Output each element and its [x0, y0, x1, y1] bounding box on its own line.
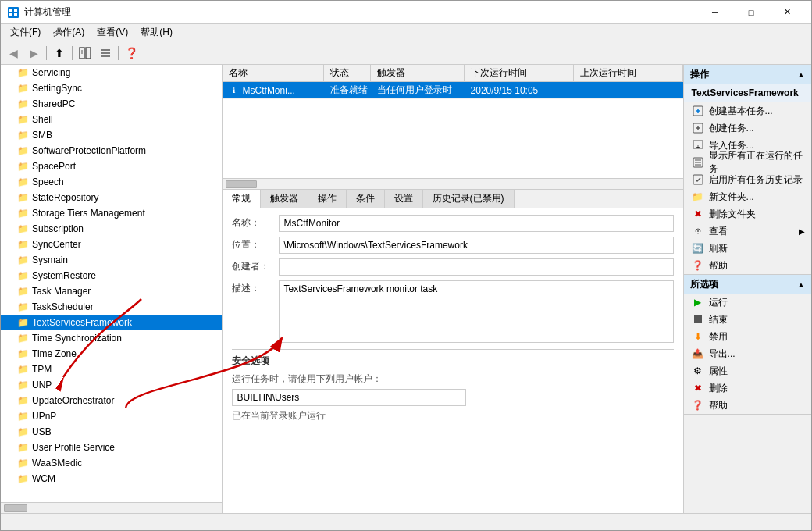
- sidebar-item-label: Servicing: [32, 67, 70, 78]
- sidebar-item-updateorchestrator[interactable]: 📁 UpdateOrchestrator: [1, 393, 222, 408]
- name-value[interactable]: MsCtfMonitor: [279, 215, 674, 232]
- help-toolbar-button[interactable]: ❓: [122, 44, 141, 62]
- show-hide-tree[interactable]: [76, 44, 94, 62]
- sidebar-item-settingsync[interactable]: 📁 SettingSync: [1, 80, 222, 96]
- sidebar-item-systemrestore[interactable]: 📁 SystemRestore: [1, 268, 222, 283]
- ops-delete[interactable]: ✖ 删除: [684, 380, 811, 397]
- col-status[interactable]: 状态: [324, 65, 371, 82]
- up-button[interactable]: ⬆: [50, 44, 69, 62]
- sidebar-item-usb[interactable]: 📁 USB: [1, 424, 222, 440]
- sidebar-item-speech[interactable]: 📁 Speech: [1, 174, 222, 190]
- folder-icon: 📁: [16, 191, 29, 204]
- col-trigger[interactable]: 触发器: [371, 65, 465, 82]
- menu-help[interactable]: 帮助(H): [134, 24, 179, 41]
- col-prev[interactable]: 上次运行时间: [574, 65, 683, 82]
- table-row[interactable]: ℹ MsCtfMoni... 准备就绪 当任何用户登录时 2020/9/15 1…: [223, 82, 683, 99]
- creator-value[interactable]: [279, 258, 674, 276]
- security-run-value[interactable]: BUILTIN\Users: [232, 389, 466, 406]
- ops-main-header[interactable]: 操作 ▲: [684, 65, 811, 84]
- desc-label: 描述：: [232, 280, 279, 295]
- ops-new-folder[interactable]: 📁 新文件夹...: [684, 188, 811, 205]
- sidebar-item-staterepo[interactable]: 📁 StateRepository: [1, 190, 222, 205]
- menu-view[interactable]: 查看(V): [91, 24, 134, 41]
- location-value[interactable]: \Microsoft\Windows\TextServicesFramework: [279, 237, 674, 254]
- ops-show-running[interactable]: 显示所有正在运行的任务: [684, 154, 811, 171]
- sidebar-item-sharedpc[interactable]: 📁 SharedPC: [1, 96, 222, 112]
- sidebar-item-label: SyncCenter: [32, 239, 81, 250]
- col-next[interactable]: 下次运行时间: [465, 65, 574, 82]
- sidebar-item-taskscheduler[interactable]: 📁 TaskScheduler: [1, 299, 222, 315]
- col-name[interactable]: 名称: [223, 65, 324, 82]
- sidebar-item-taskmanager[interactable]: 📁 Task Manager: [1, 283, 222, 299]
- center-panel: 名称 状态 触发器 下次运行时间 上次运行时间: [223, 65, 683, 513]
- tab-conditions[interactable]: 条件: [347, 190, 385, 208]
- sidebar-item-unp[interactable]: 📁 UNP: [1, 377, 222, 393]
- sidebar-item-textservices[interactable]: 📁 TextServicesFramework: [1, 315, 222, 330]
- security-run-row: 运行任务时，请使用下列用户帐户：: [232, 372, 674, 386]
- tab-general[interactable]: 常规: [223, 190, 261, 208]
- folder-icon: 📁: [16, 129, 29, 141]
- sidebar-item-label: SharedPC: [32, 98, 75, 109]
- sidebar-item-spp[interactable]: 📁 SoftwareProtectionPlatform: [1, 143, 222, 159]
- cell-trigger: 当任何用户登录时: [371, 82, 465, 99]
- tab-actions[interactable]: 操作: [308, 190, 347, 208]
- back-button[interactable]: ◀: [4, 44, 23, 62]
- sidebar-item-label: SystemRestore: [32, 270, 96, 281]
- desc-value[interactable]: TextServicesFramework monitor task: [279, 280, 674, 343]
- menu-action[interactable]: 操作(A): [47, 24, 91, 41]
- ops-help[interactable]: ❓ 帮助: [684, 257, 811, 274]
- sidebar-item-synccenter[interactable]: 📁 SyncCenter: [1, 237, 222, 252]
- create-task-icon: [692, 122, 704, 134]
- sidebar-item-label: WaaSMedic: [32, 458, 82, 469]
- sidebar-item-waasmedic[interactable]: 📁 WaaSMedic: [1, 455, 222, 471]
- ops-sub-help[interactable]: ❓ 帮助: [684, 397, 811, 414]
- sidebar-item-shell[interactable]: 📁 Shell: [1, 112, 222, 127]
- sidebar-item-tpm[interactable]: 📁 TPM: [1, 362, 222, 377]
- close-button[interactable]: ✕: [769, 1, 805, 24]
- forward-button[interactable]: ▶: [24, 44, 43, 62]
- sidebar-item-smb[interactable]: 📁 SMB: [1, 127, 222, 143]
- cell-prev: [574, 82, 683, 99]
- window-controls: ─ □ ✕: [697, 1, 805, 24]
- ops-delete-folder[interactable]: ✖ 删除文件夹: [684, 205, 811, 223]
- name-label: 名称：: [232, 215, 279, 230]
- sidebar-item-storage-tiers[interactable]: 📁 Storage Tiers Management: [1, 205, 222, 221]
- maximize-button[interactable]: □: [733, 1, 769, 24]
- list-view-button[interactable]: [96, 44, 115, 62]
- ops-properties[interactable]: ⚙ 属性: [684, 362, 811, 380]
- delete-folder-icon: ✖: [692, 208, 704, 220]
- menu-file[interactable]: 文件(F): [4, 24, 47, 41]
- sidebar-hscroll[interactable]: [1, 502, 222, 513]
- sidebar-item-label: WCM: [32, 473, 55, 484]
- ops-enable-history[interactable]: 启用所有任务历史记录: [684, 171, 811, 188]
- sidebar-item-timesync[interactable]: 📁 Time Synchronization: [1, 330, 222, 346]
- sidebar-item-wcm[interactable]: 📁 WCM: [1, 471, 222, 486]
- table-hscroll[interactable]: [223, 178, 683, 189]
- ops-create-basic[interactable]: 创建基本任务...: [684, 102, 811, 119]
- folder-icon: 📁: [16, 472, 29, 485]
- sidebar-item-sysmain[interactable]: 📁 Sysmain: [1, 252, 222, 268]
- sidebar-item-subscription[interactable]: 📁 Subscription: [1, 221, 222, 237]
- sidebar-item-spaceport[interactable]: 📁 SpacePort: [1, 159, 222, 174]
- ops-delete-folder-label: 删除文件夹: [709, 208, 756, 221]
- minimize-button[interactable]: ─: [697, 1, 733, 24]
- ops-new-folder-label: 新文件夹...: [709, 191, 754, 204]
- ops-sub-header[interactable]: 所选项 ▲: [684, 275, 811, 294]
- ops-run[interactable]: ▶ 运行: [684, 294, 811, 311]
- ops-disable[interactable]: ⬇ 禁用: [684, 328, 811, 345]
- ops-end[interactable]: 结束: [684, 311, 811, 328]
- ops-refresh[interactable]: 🔄 刷新: [684, 240, 811, 257]
- toolbar-separator-1: [46, 46, 47, 60]
- sidebar-item-userprofileservice[interactable]: 📁 User Profile Service: [1, 440, 222, 455]
- sidebar-item-upnp[interactable]: 📁 UPnP: [1, 408, 222, 424]
- ops-create-task[interactable]: 创建任务...: [684, 119, 811, 137]
- ops-export[interactable]: 📤 导出...: [684, 345, 811, 362]
- tab-history[interactable]: 历史记录(已禁用): [423, 190, 515, 208]
- ops-view[interactable]: 查看 ▶: [684, 223, 811, 240]
- sidebar-item-servicing[interactable]: 📁 Servicing: [1, 65, 222, 80]
- cell-next: 2020/9/15 10:05: [465, 82, 574, 99]
- sidebar-item-label: USB: [32, 426, 52, 437]
- tab-triggers[interactable]: 触发器: [261, 190, 308, 208]
- tab-settings[interactable]: 设置: [385, 190, 423, 208]
- sidebar-item-timezone[interactable]: 📁 Time Zone: [1, 346, 222, 362]
